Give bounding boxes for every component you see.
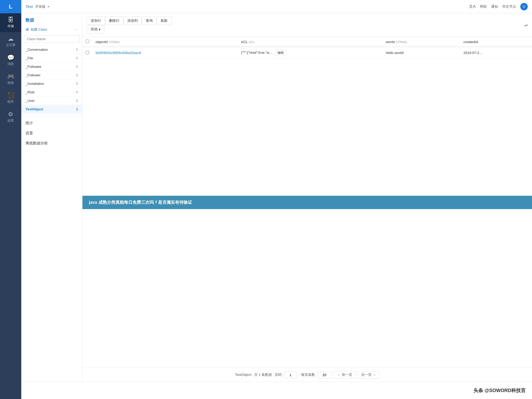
main-area: Test 开发版 ▾ 文A 帮助 通知 华北节点 U 数据 ⊕ 创建 Class… bbox=[21, 0, 532, 399]
cloud-icon: ☁ bbox=[8, 36, 14, 42]
class-item-Conversation[interactable]: _Conversation0 bbox=[21, 45, 82, 54]
acl-edit-btn[interactable]: 编辑 bbox=[275, 50, 286, 56]
col-header-createdAt: createdAt bbox=[460, 37, 532, 47]
class-item-TestObject[interactable]: TestObject1 bbox=[21, 105, 82, 114]
class-count: 0 bbox=[76, 73, 78, 77]
filter-icon[interactable]: ⇌ bbox=[524, 23, 528, 27]
region-selector[interactable]: 华北节点 bbox=[502, 4, 516, 9]
create-class-btn[interactable]: ⊕ 创建 Class ··· bbox=[21, 25, 82, 34]
toolbar-btn-添加列[interactable]: 添加列 bbox=[123, 16, 142, 25]
sidebar-item-settings[interactable]: ⚙设置 bbox=[0, 108, 21, 127]
row-checkbox-cell bbox=[82, 47, 92, 59]
col-type: STRING bbox=[396, 40, 407, 44]
class-count: 0 bbox=[76, 56, 78, 60]
sidebar-item-storage[interactable]: 🗄存储 bbox=[0, 13, 21, 32]
sidebar-nav-统计[interactable]: 统计 bbox=[21, 118, 82, 128]
pagination-info: TestObject · 共 1 条数据 · 页码 bbox=[235, 372, 282, 377]
acl-cell: {"*":{"read":true,"w… 编辑 bbox=[238, 47, 383, 59]
select-all-checkbox[interactable] bbox=[86, 40, 89, 43]
class-name: _Conversation bbox=[26, 48, 48, 52]
sidebar-divider bbox=[21, 116, 82, 116]
col-header-ACL: ACLACL bbox=[238, 37, 383, 47]
col-type: STRING bbox=[109, 40, 120, 44]
app-version: 开发版 bbox=[35, 4, 45, 9]
toolbar-btn-删除行[interactable]: 删除行 bbox=[105, 16, 123, 25]
class-name: TestObject bbox=[26, 107, 43, 111]
class-item-User[interactable]: _User0 bbox=[21, 97, 82, 105]
translate-btn[interactable]: 文A bbox=[469, 4, 476, 9]
version-dropdown[interactable]: ▾ bbox=[48, 5, 49, 9]
app-name: Test bbox=[26, 4, 33, 9]
per-page-label: · 每页条数 bbox=[299, 372, 315, 377]
other-label: 其他 bbox=[91, 27, 98, 32]
toolbar-btn-other[interactable]: 其他▾ bbox=[87, 25, 105, 34]
toolbar-btn-刷新[interactable]: 刷新 bbox=[157, 16, 172, 25]
class-name: _Role bbox=[26, 90, 35, 94]
col-name: words bbox=[386, 40, 395, 44]
class-item-Role[interactable]: _Role0 bbox=[21, 88, 82, 97]
dropdown-arrow-icon: ▾ bbox=[99, 27, 101, 31]
class-count: 1 bbox=[76, 107, 78, 111]
object-id-cell[interactable]: 5d359003c8959c008a32eac9 bbox=[92, 47, 238, 59]
table-header-checkbox bbox=[82, 37, 92, 47]
help-btn[interactable]: 帮助 bbox=[480, 4, 487, 9]
promo-banner: java 成熟分类真能每日免费三次吗？是否属实有待验证 bbox=[82, 196, 532, 209]
top-bar: Test 开发版 ▾ 文A 帮助 通知 华北节点 U bbox=[21, 0, 532, 13]
sidebar-item-component[interactable]: ⬛组件 bbox=[0, 89, 21, 108]
class-name: _Follower bbox=[26, 73, 40, 77]
settings-icon: ⚙ bbox=[8, 111, 13, 117]
next-page-btn[interactable]: 后一页 → bbox=[358, 371, 380, 379]
table-row: 5d359003c8959c008a32eac9 {"*":{"read":tr… bbox=[82, 47, 532, 59]
table-body: 5d359003c8959c008a32eac9 {"*":{"read":tr… bbox=[82, 47, 532, 59]
toolbar-btn-查询[interactable]: 查询 bbox=[142, 16, 157, 25]
sidebar-nav-离线数据分析[interactable]: 离线数据分析 bbox=[21, 138, 82, 148]
toolbar: 添加行删除行添加列查询刷新其他▾ ⇌ bbox=[82, 13, 532, 37]
sidebar-item-game[interactable]: 🎮游戏 bbox=[0, 70, 21, 89]
sidebar-item-message[interactable]: 💬消息 bbox=[0, 51, 21, 70]
class-item-File[interactable]: _File0 bbox=[21, 54, 82, 63]
more-icon[interactable]: ··· bbox=[74, 27, 78, 32]
main-content: 添加行删除行添加列查询刷新其他▾ ⇌ objectIdSTRINGACLACLw… bbox=[82, 13, 532, 382]
left-navigation: L 🗄存储☁云引擎💬消息🎮游戏⬛组件⚙设置 bbox=[0, 0, 21, 399]
class-name: _User bbox=[26, 99, 35, 103]
page-number-input[interactable] bbox=[284, 372, 297, 378]
class-item-Follower[interactable]: _Follower0 bbox=[21, 71, 82, 80]
sidebar-nav-设置[interactable]: 设置 bbox=[21, 128, 82, 138]
class-count: 0 bbox=[76, 99, 78, 103]
component-label: 组件 bbox=[7, 99, 14, 104]
class-name: _Followee bbox=[26, 65, 41, 69]
class-count: 0 bbox=[76, 48, 78, 52]
class-item-Installation[interactable]: _Installation0 bbox=[21, 80, 82, 88]
top-bar-right: 文A 帮助 通知 华北节点 U bbox=[469, 3, 528, 10]
class-count: 0 bbox=[76, 82, 78, 86]
class-list: _Conversation0_File0_Followee0_Follower0… bbox=[21, 45, 82, 114]
toolbar-buttons: 添加行删除行添加列查询刷新其他▾ bbox=[87, 16, 172, 34]
class-count: 0 bbox=[76, 65, 78, 69]
storage-label: 存储 bbox=[7, 24, 14, 28]
content-area: 数据 ⊕ 创建 Class ··· _Conversation0_File0_F… bbox=[21, 13, 532, 382]
component-icon: ⬛ bbox=[7, 93, 14, 98]
row-checkbox[interactable] bbox=[86, 51, 89, 54]
toolbar-right: ⇌ bbox=[524, 23, 528, 28]
class-count: 0 bbox=[76, 90, 78, 94]
table-header: objectIdSTRINGACLACLwordsSTRINGcreatedAt bbox=[82, 37, 532, 47]
message-label: 消息 bbox=[7, 62, 14, 66]
sidebar-item-cloud[interactable]: ☁云引擎 bbox=[0, 32, 21, 51]
class-item-Followee[interactable]: _Followee0 bbox=[21, 63, 82, 71]
col-header-objectId: objectIdSTRING bbox=[92, 37, 238, 47]
class-name: _Installation bbox=[26, 82, 44, 86]
col-name: ACL bbox=[241, 40, 248, 44]
col-header-words: wordsSTRING bbox=[383, 37, 460, 47]
game-icon: 🎮 bbox=[7, 74, 14, 80]
user-avatar[interactable]: U bbox=[520, 3, 528, 10]
prev-page-btn[interactable]: ← 前一页 bbox=[334, 371, 356, 379]
toolbar-btn-添加行[interactable]: 添加行 bbox=[87, 16, 105, 25]
notification-btn[interactable]: 通知 bbox=[491, 4, 498, 9]
sidebar: 数据 ⊕ 创建 Class ··· _Conversation0_File0_F… bbox=[21, 13, 82, 382]
class-search-input[interactable] bbox=[24, 35, 80, 43]
page-size-input[interactable] bbox=[317, 372, 332, 378]
storage-icon: 🗄 bbox=[8, 17, 14, 23]
col-type: ACL bbox=[249, 40, 255, 44]
sidebar-nav: 统计设置离线数据分析 bbox=[21, 118, 82, 148]
pagination-bar: TestObject · 共 1 条数据 · 页码 · 每页条数 ← 前一页 后… bbox=[82, 368, 532, 382]
